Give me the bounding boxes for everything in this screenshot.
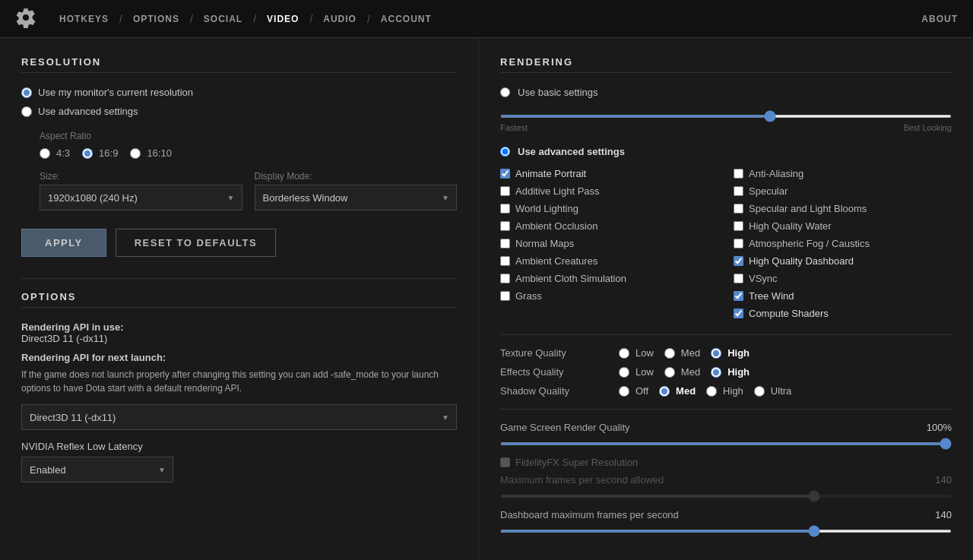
rendering-advanced-radio[interactable]	[500, 147, 510, 157]
resolution-monitor-label: Use my monitor's current resolution	[38, 87, 193, 98]
checkbox-hq_water[interactable]: High Quality Water	[734, 220, 952, 232]
checkbox-input-hq_dashboard[interactable]	[734, 256, 743, 266]
checkbox-input-tree_wind[interactable]	[734, 291, 743, 301]
shadow-med[interactable]: Med	[659, 385, 696, 397]
checkbox-input-grass[interactable]	[500, 291, 510, 301]
checkbox-ambient_creatures[interactable]: Ambient Creatures	[500, 255, 718, 267]
checkbox-input-normal_maps[interactable]	[500, 239, 510, 248]
checkbox-ambient_occlusion[interactable]: Ambient Occlusion	[500, 220, 718, 232]
shadow-off[interactable]: Off	[619, 385, 648, 397]
effects-quality-options: Low Med High	[619, 366, 750, 378]
checkbox-label-tree_wind: Tree Wind	[749, 290, 794, 302]
checkbox-tree_wind[interactable]: Tree Wind	[734, 290, 952, 302]
aspect-section: Aspect Ratio 4:3 16:9 16:10	[40, 131, 457, 159]
checkbox-label-ambient_creatures: Ambient Creatures	[515, 255, 597, 267]
nav-social[interactable]: SOCIAL	[193, 14, 253, 24]
checkbox-additive_light_pass[interactable]: Additive Light Pass	[500, 185, 718, 197]
dashboard-fps-header: Dashboard maximum frames per second 140	[500, 509, 952, 520]
aspect-16-10[interactable]: 16:10	[130, 147, 172, 159]
checkbox-input-ambient_occlusion[interactable]	[500, 221, 510, 231]
reflex-label-row: NVIDIA Reflex Low Latency Enabled Disabl…	[21, 441, 457, 482]
button-row: APPLY RESET TO DEFAULTS	[21, 229, 457, 257]
size-dropdown[interactable]: 1920x1080 (240 Hz)	[40, 185, 242, 210]
aspect-16-9[interactable]: 16:9	[82, 147, 118, 159]
rendering-basic-radio[interactable]	[500, 87, 510, 97]
checkbox-input-specular_blooms[interactable]	[734, 204, 743, 214]
nav-video[interactable]: VIDEO	[256, 14, 309, 24]
checkbox-anti_aliasing[interactable]: Anti-Aliasing	[734, 168, 952, 179]
aspect-16-9-label: 16:9	[99, 147, 118, 159]
rendering-api-value: Direct3D 11 (-dx11)	[21, 333, 107, 344]
checkbox-specular_blooms[interactable]: Specular and Light Blooms	[734, 203, 952, 214]
rendering-checkbox-grid: Animate PortraitAnti-AliasingAdditive Li…	[500, 168, 952, 319]
checkbox-input-additive_light_pass[interactable]	[500, 186, 510, 196]
nav-hotkeys[interactable]: HOTKEYS	[49, 14, 119, 24]
resolution-radio-group: Use my monitor's current resolution Use …	[21, 87, 457, 117]
checkbox-input-hq_water[interactable]	[734, 221, 743, 231]
reflex-dropdown[interactable]: Enabled Disabled	[21, 457, 173, 482]
aspect-4-3[interactable]: 4:3	[40, 147, 70, 159]
checkbox-hq_dashboard[interactable]: High Quality Dashboard	[734, 255, 952, 267]
shadow-ultra[interactable]: Ultra	[754, 385, 791, 397]
checkbox-world_lighting[interactable]: World Lighting	[500, 203, 718, 214]
rendering-divider	[500, 334, 952, 335]
texture-low[interactable]: Low	[619, 347, 654, 359]
reflex-dropdown-wrapper: Enabled Disabled	[21, 457, 173, 482]
checkbox-atm_fog[interactable]: Atmospheric Fog / Caustics	[734, 238, 952, 249]
nav-account[interactable]: ACCOUNT	[370, 14, 442, 24]
checkbox-ambient_cloth[interactable]: Ambient Cloth Simulation	[500, 273, 718, 284]
effects-high[interactable]: High	[711, 366, 750, 378]
dashboard-fps-slider[interactable]	[500, 530, 952, 533]
checkbox-grass[interactable]: Grass	[500, 290, 718, 302]
checkbox-input-compute_shaders[interactable]	[734, 308, 743, 318]
checkbox-vsync[interactable]: VSync	[734, 273, 952, 284]
apply-button[interactable]: APPLY	[21, 229, 106, 257]
checkbox-label-world_lighting: World Lighting	[515, 203, 578, 214]
checkbox-normal_maps[interactable]: Normal Maps	[500, 238, 718, 249]
checkbox-input-world_lighting[interactable]	[500, 204, 510, 214]
nav-audio[interactable]: AUDIO	[312, 14, 367, 24]
api-dropdown[interactable]: Direct3D 11 (-dx11) Direct3D 12 (-dx12) …	[21, 404, 457, 430]
checkbox-label-compute_shaders: Compute Shaders	[749, 308, 829, 319]
max-fps-slider	[500, 495, 952, 498]
checkbox-input-animate_portrait[interactable]	[500, 169, 510, 179]
size-dropdown-wrapper: 1920x1080 (240 Hz)	[40, 185, 242, 210]
fidelityfx-row: FidelityFX Super Resolution	[500, 457, 952, 468]
options-section: OPTIONS Rendering API in use: Direct3D 1…	[21, 291, 457, 482]
fidelityfx-checkbox[interactable]	[500, 457, 510, 467]
shadow-quality-label: Shadow Quality	[500, 385, 607, 397]
max-fps-row: Maximum frames per second allowed 140	[500, 474, 952, 500]
rendering-title: RENDERING	[500, 56, 952, 73]
checkbox-label-ambient_occlusion: Ambient Occlusion	[515, 220, 597, 232]
game-screen-render-label: Game Screen Render Quality	[500, 422, 630, 433]
resolution-title: RESOLUTION	[21, 56, 457, 73]
checkbox-label-additive_light_pass: Additive Light Pass	[515, 185, 600, 197]
resolution-advanced-option[interactable]: Use advanced settings	[21, 106, 457, 117]
reset-button[interactable]: RESET TO DEFAULTS	[116, 229, 277, 257]
checkbox-input-anti_aliasing[interactable]	[734, 169, 743, 179]
display-mode-dropdown[interactable]: Borderless Window	[255, 185, 458, 210]
effects-quality-label: Effects Quality	[500, 366, 607, 378]
basic-quality-slider[interactable]	[500, 115, 952, 118]
top-nav: HOTKEYS / OPTIONS / SOCIAL / VIDEO / AUD…	[0, 0, 973, 38]
effects-med[interactable]: Med	[664, 366, 700, 378]
nav-about[interactable]: ABOUT	[921, 14, 958, 24]
shadow-high[interactable]: High	[706, 385, 743, 397]
checkbox-compute_shaders[interactable]: Compute Shaders	[734, 308, 952, 319]
effects-low[interactable]: Low	[619, 366, 654, 378]
checkbox-input-ambient_cloth[interactable]	[500, 274, 510, 283]
divider	[21, 278, 457, 279]
checkbox-specular[interactable]: Specular	[734, 185, 952, 197]
checkbox-input-specular[interactable]	[734, 186, 743, 196]
checkbox-label-hq_water: High Quality Water	[749, 220, 832, 232]
game-screen-render-slider[interactable]	[500, 442, 952, 445]
texture-med[interactable]: Med	[664, 347, 700, 359]
checkbox-input-atm_fog[interactable]	[734, 239, 743, 248]
nav-options[interactable]: OPTIONS	[122, 14, 190, 24]
resolution-monitor-option[interactable]: Use my monitor's current resolution	[21, 87, 457, 98]
texture-high[interactable]: High	[711, 347, 750, 359]
checkbox-input-vsync[interactable]	[734, 274, 743, 283]
max-fps-value: 140	[935, 474, 952, 486]
checkbox-input-ambient_creatures[interactable]	[500, 256, 510, 266]
checkbox-animate_portrait[interactable]: Animate Portrait	[500, 168, 718, 179]
